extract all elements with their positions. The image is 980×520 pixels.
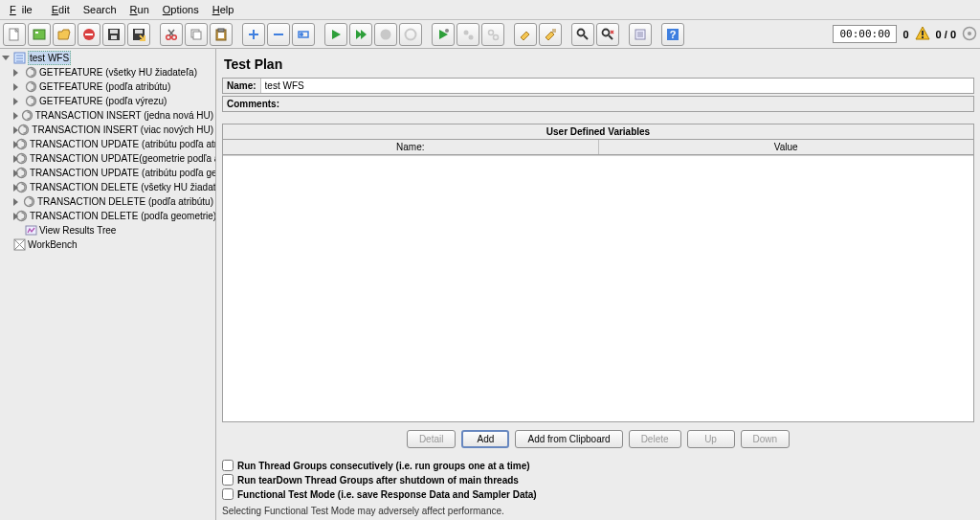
svg-rect-16: [218, 33, 224, 38]
stop-button[interactable]: [374, 23, 397, 46]
paste-button[interactable]: [210, 23, 233, 46]
svg-point-34: [968, 32, 971, 35]
svg-point-25: [494, 34, 499, 39]
cut-button[interactable]: [160, 23, 183, 46]
vars-buttons: Detail Add Add from Clipboard Delete Up …: [222, 422, 974, 450]
tree-root[interactable]: test WFS: [0, 51, 215, 65]
tree-node[interactable]: TRANSACTION UPDATE(geometrie podľa atrib…: [0, 151, 215, 166]
start-remote-button[interactable]: [432, 23, 455, 46]
svg-point-21: [445, 29, 449, 33]
name-input[interactable]: [261, 79, 973, 93]
save-as-button[interactable]: [127, 23, 150, 46]
toggle-icon[interactable]: [13, 97, 22, 105]
toggle-button[interactable]: [292, 23, 315, 46]
toggle-icon[interactable]: [13, 125, 15, 134]
main-area: test WFS GETFEATURE (všetky HU žiadateľa…: [0, 49, 980, 520]
expand-button[interactable]: [242, 23, 265, 46]
down-button[interactable]: Down: [741, 430, 791, 448]
menu-edit[interactable]: Edit: [46, 2, 76, 17]
templates-button[interactable]: [28, 23, 51, 46]
start-no-timers-button[interactable]: [349, 23, 372, 46]
editor-panel: Test Plan Name: Comments: User Defined V…: [216, 49, 980, 520]
search-button[interactable]: [571, 23, 594, 46]
warning-icon: [915, 26, 930, 43]
tree-node[interactable]: GETFEATURE (podľa atribútu): [0, 79, 215, 94]
svg-point-22: [464, 30, 469, 34]
run-consecutively-checkbox[interactable]: [222, 460, 234, 471]
svg-point-20: [406, 29, 416, 39]
comments-input[interactable]: [283, 97, 973, 111]
add-button[interactable]: Add: [461, 430, 509, 448]
tree-node[interactable]: TRANSACTION DELETE (podľa atribútu): [0, 194, 215, 209]
tree-node[interactable]: TRANSACTION INSERT (jedna nová HU): [0, 108, 215, 123]
comments-label: Comments:: [223, 97, 283, 111]
svg-point-27: [603, 29, 610, 35]
svg-rect-7: [111, 35, 117, 39]
tree-node[interactable]: TRANSACTION UPDATE (atribútu podľa geome…: [0, 166, 215, 180]
new-button[interactable]: [3, 23, 26, 46]
svg-rect-15: [218, 29, 224, 32]
tree-node[interactable]: View Results Tree: [0, 223, 215, 237]
tree-node[interactable]: TRANSACTION UPDATE (atribútu podľa atrib…: [0, 137, 215, 151]
test-tree[interactable]: test WFS GETFEATURE (všetky HU žiadateľa…: [0, 49, 216, 520]
toggle-icon[interactable]: [2, 54, 11, 62]
threadgroup-icon: [17, 124, 30, 137]
menu-search[interactable]: Search: [78, 2, 122, 17]
open-button[interactable]: [53, 23, 76, 46]
shutdown-remote-button[interactable]: [481, 23, 504, 46]
svg-rect-31: [922, 31, 924, 35]
menu-file[interactable]: File: [4, 2, 44, 17]
clear-button[interactable]: [514, 23, 537, 46]
tree-node[interactable]: TRANSACTION DELETE (podľa geometrie): [0, 209, 215, 223]
svg-point-19: [381, 29, 391, 39]
toggle-icon[interactable]: [13, 82, 22, 91]
thread-count: 0 / 0: [932, 29, 960, 40]
toggle-icon[interactable]: [13, 68, 22, 77]
clear-all-button[interactable]: [539, 23, 562, 46]
up-button[interactable]: Up: [687, 430, 735, 448]
delete-button[interactable]: Delete: [629, 430, 681, 448]
start-button[interactable]: [324, 23, 347, 46]
user-vars-panel: User Defined Variables Name: Value: [222, 124, 974, 422]
svg-point-26: [578, 29, 585, 35]
close-button[interactable]: [78, 23, 100, 46]
threadgroup-icon: [21, 109, 33, 123]
tree-workbench[interactable]: WorkBench: [0, 237, 215, 252]
reset-search-button[interactable]: [596, 23, 619, 46]
comments-row: Comments:: [222, 96, 974, 112]
function-helper-button[interactable]: [629, 23, 652, 46]
toggle-none: [2, 240, 11, 249]
copy-button[interactable]: [185, 23, 208, 46]
run-consecutively-label: Run Thread Groups consecutively (i.e. ru…: [237, 461, 530, 471]
functional-note: Selecting Functional Test Mode may adver…: [222, 506, 974, 516]
vars-title: User Defined Variables: [223, 124, 973, 140]
name-row: Name:: [222, 78, 974, 94]
menu-options[interactable]: Options: [157, 2, 205, 17]
menu-run[interactable]: Run: [124, 2, 155, 17]
vars-header: Name: Value: [223, 140, 973, 155]
tree-node[interactable]: TRANSACTION DELETE (všetky HU žiadateľa): [0, 180, 215, 194]
toggle-icon[interactable]: [13, 197, 21, 206]
page-title: Test Plan: [222, 53, 974, 78]
tree-node[interactable]: GETFEATURE (všetky HU žiadateľa): [0, 65, 215, 79]
save-button[interactable]: [102, 23, 125, 46]
col-name: Name:: [223, 140, 599, 154]
toggle-icon[interactable]: [13, 111, 19, 120]
help-button[interactable]: ?: [661, 23, 684, 46]
functional-mode-checkbox[interactable]: [222, 488, 234, 500]
tree-node[interactable]: TRANSACTION INSERT (viac nových HU): [0, 123, 215, 137]
add-clipboard-button[interactable]: Add from Clipboard: [515, 430, 622, 448]
tree-node[interactable]: GETFEATURE (podľa výrezu): [0, 94, 215, 108]
detail-button[interactable]: Detail: [407, 430, 457, 448]
svg-rect-2: [35, 32, 38, 34]
svg-point-23: [469, 34, 474, 39]
options: Run Thread Groups consecutively (i.e. ru…: [222, 460, 974, 516]
elapsed-timer: 00:00:00: [833, 25, 897, 43]
shutdown-button[interactable]: [399, 23, 422, 46]
error-count: 0: [899, 29, 912, 40]
run-teardown-checkbox[interactable]: [222, 474, 234, 486]
collapse-button[interactable]: [267, 23, 290, 46]
stop-remote-button[interactable]: [457, 23, 479, 46]
vars-table[interactable]: [223, 155, 973, 421]
menu-help[interactable]: Help: [207, 2, 240, 17]
